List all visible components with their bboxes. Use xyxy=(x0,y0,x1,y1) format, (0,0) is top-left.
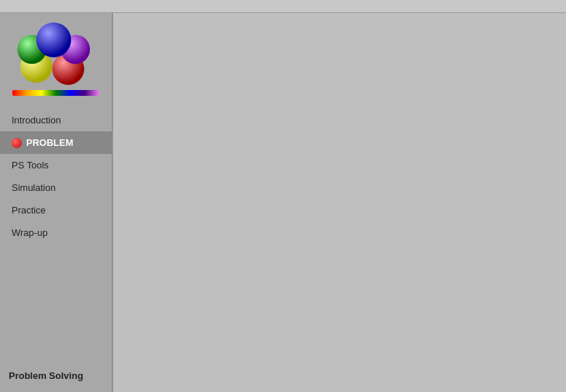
sidebar-footer-label: Problem Solving xyxy=(9,370,83,381)
sidebar: Introduction PROBLEM PS Tools Simulation… xyxy=(0,13,112,392)
logo-area xyxy=(9,19,103,99)
svg-point-4 xyxy=(36,23,71,57)
content-area xyxy=(112,13,566,392)
sidebar-footer: Problem Solving xyxy=(0,360,112,392)
spheres-graphic xyxy=(16,22,96,87)
top-bar xyxy=(0,0,566,13)
sidebar-item-ps-tools[interactable]: PS Tools xyxy=(0,154,112,176)
sidebar-item-practice[interactable]: Practice xyxy=(0,199,112,221)
sidebar-item-introduction[interactable]: Introduction xyxy=(0,109,112,131)
sidebar-item-wrap-up[interactable]: Wrap-up xyxy=(0,221,112,244)
nav-items: Introduction PROBLEM PS Tools Simulation… xyxy=(0,109,112,244)
rainbow-bar xyxy=(12,90,99,96)
sidebar-item-simulation[interactable]: Simulation xyxy=(0,176,112,199)
active-dot-icon xyxy=(12,138,22,148)
sidebar-item-problem[interactable]: PROBLEM xyxy=(0,131,112,154)
main-layout: Introduction PROBLEM PS Tools Simulation… xyxy=(0,13,566,392)
